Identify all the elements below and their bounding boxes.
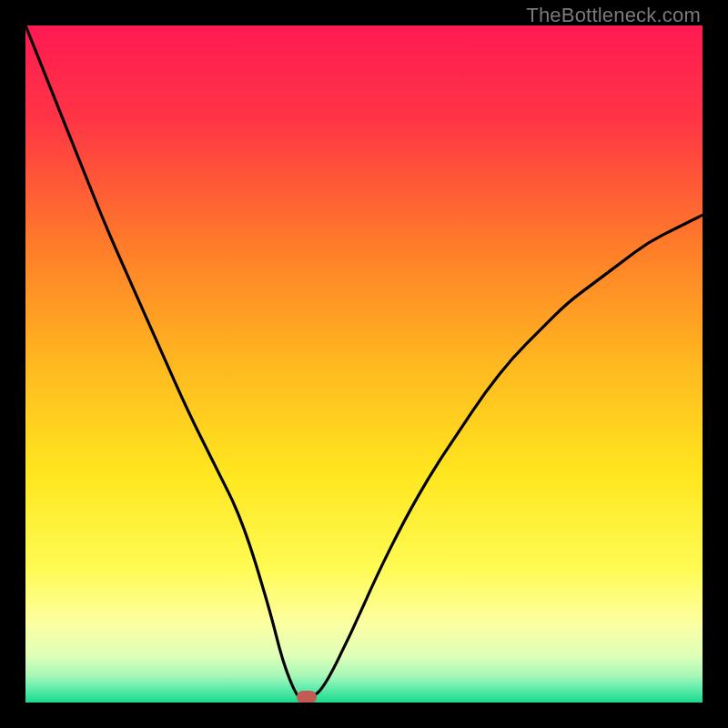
watermark-text: TheBottleneck.com bbox=[526, 4, 701, 27]
chart-frame: TheBottleneck.com bbox=[0, 0, 728, 728]
optimum-marker bbox=[297, 691, 317, 703]
bottleneck-curve bbox=[25, 25, 703, 703]
plot-area bbox=[25, 25, 703, 703]
